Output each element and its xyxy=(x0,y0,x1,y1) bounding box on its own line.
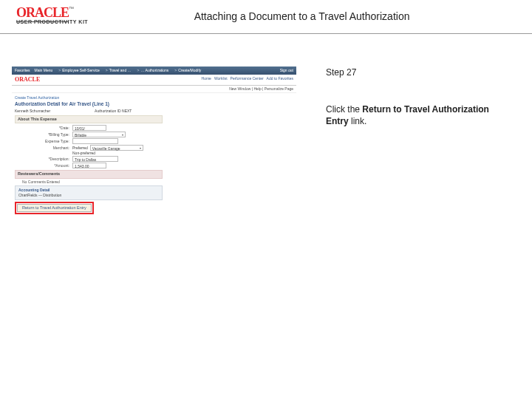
radio-preferred[interactable]: Preferred xyxy=(72,146,88,150)
page-title: Attaching a Document to a Travel Authori… xyxy=(88,6,523,22)
instruction-suffix: link. xyxy=(349,116,367,126)
detail-meta: Kenneth Schumacher Authorization ID NEXT xyxy=(15,109,293,113)
label-billing: *Billing Type: xyxy=(15,133,72,137)
tab-home[interactable]: Home xyxy=(202,77,211,83)
tab-worklist[interactable]: Worklist xyxy=(214,77,228,83)
brand-block: ORACLE™ USER PRODUCTIVITY KIT xyxy=(16,6,88,24)
topnav: Favorites Main Menu Employee Self-Servic… xyxy=(12,66,296,75)
screenshot-column: Favorites Main Menu Employee Self-Servic… xyxy=(0,34,307,219)
label-desc: *Description: xyxy=(15,157,72,161)
crumb-link[interactable]: Create Travel Authorization xyxy=(15,96,293,100)
instruction-prefix: Click the xyxy=(326,104,362,115)
employee-name: Kenneth Schumacher xyxy=(15,109,50,113)
page-header: ORACLE™ USER PRODUCTIVITY KIT Attaching … xyxy=(0,0,532,34)
nav-signout[interactable]: Sign out xyxy=(280,69,293,72)
input-desc[interactable]: Trip to Dallas xyxy=(72,156,118,162)
nav-ess[interactable]: Employee Self-Service xyxy=(57,69,100,72)
nav-main[interactable]: Main Menu xyxy=(35,69,53,72)
expense-form: *Date: 10/01/ *Billing Type: Billable▾ E… xyxy=(15,125,163,168)
brandbar-tabs: Home Worklist Performance Center Add to … xyxy=(202,77,293,83)
brandbar: ORACLE Home Worklist Performance Center … xyxy=(12,75,296,86)
section-comments: Reviewers/Comments xyxy=(15,170,163,179)
detail-heading: Authorization Detail for Air Travel (Lin… xyxy=(15,102,293,107)
brand-trademark: ™ xyxy=(69,6,74,11)
instruction-column: Step 27 Click the Return to Travel Autho… xyxy=(307,34,514,219)
no-comments: No Comments Entered xyxy=(15,180,63,184)
app-logo: ORACLE xyxy=(15,77,40,83)
instruction-text: Click the Return to Travel Authorization… xyxy=(326,103,506,127)
highlight-box: Return to Travel Authorization Entry xyxy=(15,202,94,215)
return-to-travel-auth-link[interactable]: Return to Travel Authorization Entry xyxy=(17,204,92,213)
label-expense: Expense Type: xyxy=(15,140,72,143)
input-date[interactable]: 10/01/ xyxy=(72,125,106,131)
accounting-head: Accounting Detail xyxy=(18,188,159,192)
tab-addfav[interactable]: Add to Favorites xyxy=(267,77,293,83)
accounting-line: ChartFields — Distribution xyxy=(18,194,159,197)
label-merchant: Merchant: xyxy=(15,146,72,150)
tab-perf[interactable]: Performance Center xyxy=(231,77,264,83)
embedded-screenshot: Favorites Main Menu Employee Self-Servic… xyxy=(12,66,296,219)
step-label: Step 27 xyxy=(326,66,506,78)
content-row: Favorites Main Menu Employee Self-Servic… xyxy=(0,34,532,219)
subbar: New Window | Help | Personalize Page xyxy=(12,86,296,93)
label-amount: *Amount: xyxy=(15,164,72,168)
section-about: About This Expense xyxy=(15,115,163,124)
nav-auth[interactable]: … Authorizations xyxy=(136,69,169,72)
accounting-block: Accounting Detail ChartFields — Distribu… xyxy=(15,185,163,200)
input-amount[interactable]: 1,543.00 xyxy=(72,163,106,168)
brand-subtitle: USER PRODUCTIVITY KIT xyxy=(16,19,88,24)
nav-travel[interactable]: Travel and … xyxy=(104,69,132,72)
chevron-down-icon: ▾ xyxy=(140,146,141,150)
select-merchant[interactable]: Vacaville Garage▾ xyxy=(90,145,143,151)
radio-nonpreferred[interactable]: Non-preferred xyxy=(72,151,95,155)
auth-id: Authorization ID NEXT xyxy=(95,109,132,113)
nav-create[interactable]: Create/Modify xyxy=(173,69,201,72)
chevron-down-icon: ▾ xyxy=(122,132,123,137)
mock-body: Create Travel Authorization Authorizatio… xyxy=(12,93,296,219)
label-date: *Date: xyxy=(15,126,72,130)
select-billing[interactable]: Billable▾ xyxy=(72,132,126,137)
nav-favorites[interactable]: Favorites xyxy=(15,69,30,72)
input-expense[interactable] xyxy=(72,138,118,144)
